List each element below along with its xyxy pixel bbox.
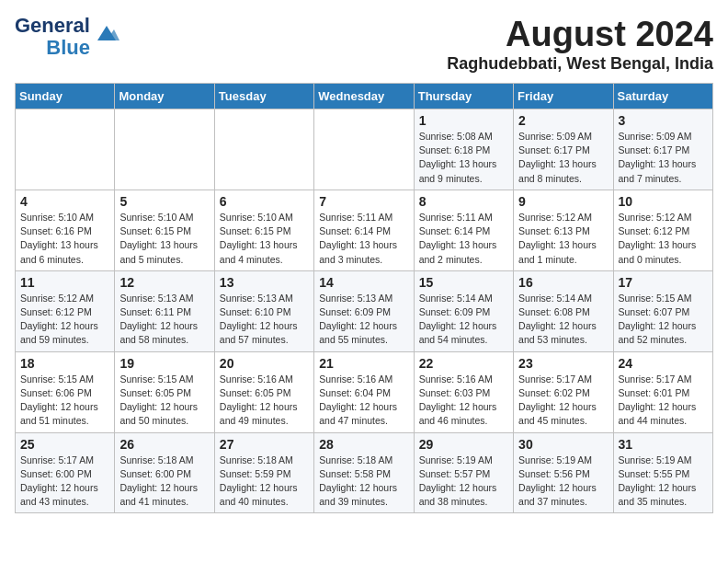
day-detail: Sunrise: 5:19 AM Sunset: 5:56 PM Dayligh… — [518, 454, 608, 510]
table-row — [115, 109, 214, 190]
logo-general: General — [15, 15, 90, 37]
table-row: 28Sunrise: 5:18 AM Sunset: 5:58 PM Dayli… — [314, 432, 414, 513]
day-number: 15 — [419, 275, 508, 290]
day-number: 6 — [220, 194, 309, 209]
day-detail: Sunrise: 5:16 AM Sunset: 6:04 PM Dayligh… — [319, 373, 408, 429]
table-row: 5Sunrise: 5:10 AM Sunset: 6:15 PM Daylig… — [115, 190, 214, 270]
table-row: 9Sunrise: 5:12 AM Sunset: 6:13 PM Daylig… — [514, 190, 613, 270]
day-number: 27 — [220, 437, 309, 452]
table-row: 26Sunrise: 5:18 AM Sunset: 6:00 PM Dayli… — [115, 432, 214, 513]
day-detail: Sunrise: 5:11 AM Sunset: 6:14 PM Dayligh… — [319, 211, 408, 267]
day-number: 26 — [119, 437, 209, 452]
day-detail: Sunrise: 5:17 AM Sunset: 6:01 PM Dayligh… — [619, 373, 708, 429]
day-number: 14 — [319, 275, 408, 290]
day-number: 31 — [619, 437, 708, 452]
table-row: 6Sunrise: 5:10 AM Sunset: 6:15 PM Daylig… — [214, 190, 313, 270]
day-detail: Sunrise: 5:10 AM Sunset: 6:16 PM Dayligh… — [20, 211, 109, 267]
day-detail: Sunrise: 5:17 AM Sunset: 6:00 PM Dayligh… — [20, 454, 109, 510]
page-header: General Blue August 2024 Raghudebbati, W… — [15, 15, 713, 74]
header-wednesday: Wednesday — [314, 84, 414, 109]
day-number: 1 — [419, 113, 508, 128]
table-row: 24Sunrise: 5:17 AM Sunset: 6:01 PM Dayli… — [613, 351, 712, 432]
logo-icon — [94, 22, 119, 44]
table-row: 21Sunrise: 5:16 AM Sunset: 6:04 PM Dayli… — [314, 351, 414, 432]
day-detail: Sunrise: 5:09 AM Sunset: 6:17 PM Dayligh… — [518, 130, 608, 186]
table-row: 2Sunrise: 5:09 AM Sunset: 6:17 PM Daylig… — [514, 109, 613, 190]
logo-blue: Blue — [46, 37, 90, 59]
day-detail: Sunrise: 5:15 AM Sunset: 6:07 PM Dayligh… — [619, 292, 708, 348]
day-number: 22 — [419, 356, 508, 371]
day-number: 13 — [220, 275, 309, 290]
day-number: 23 — [518, 356, 608, 371]
table-row — [16, 109, 115, 190]
table-row — [214, 109, 313, 190]
page-title: August 2024 — [447, 15, 713, 54]
table-row: 10Sunrise: 5:12 AM Sunset: 6:12 PM Dayli… — [613, 190, 712, 270]
header-thursday: Thursday — [414, 84, 513, 109]
day-detail: Sunrise: 5:14 AM Sunset: 6:09 PM Dayligh… — [419, 292, 508, 348]
calendar-week-row: 25Sunrise: 5:17 AM Sunset: 6:00 PM Dayli… — [16, 432, 713, 513]
day-number: 2 — [518, 113, 608, 128]
day-number: 11 — [20, 275, 109, 290]
day-number: 9 — [518, 194, 608, 209]
page-subtitle: Raghudebbati, West Bengal, India — [447, 54, 713, 74]
table-row: 14Sunrise: 5:13 AM Sunset: 6:09 PM Dayli… — [314, 270, 414, 351]
table-row: 13Sunrise: 5:13 AM Sunset: 6:10 PM Dayli… — [214, 270, 313, 351]
table-row: 17Sunrise: 5:15 AM Sunset: 6:07 PM Dayli… — [613, 270, 712, 351]
day-detail: Sunrise: 5:12 AM Sunset: 6:12 PM Dayligh… — [20, 292, 109, 348]
day-detail: Sunrise: 5:12 AM Sunset: 6:12 PM Dayligh… — [619, 211, 708, 267]
day-number: 10 — [619, 194, 708, 209]
day-detail: Sunrise: 5:13 AM Sunset: 6:11 PM Dayligh… — [119, 292, 209, 348]
day-detail: Sunrise: 5:19 AM Sunset: 5:57 PM Dayligh… — [419, 454, 508, 510]
table-row: 3Sunrise: 5:09 AM Sunset: 6:17 PM Daylig… — [613, 109, 712, 190]
day-detail: Sunrise: 5:08 AM Sunset: 6:18 PM Dayligh… — [419, 130, 508, 186]
day-number: 20 — [220, 356, 309, 371]
day-detail: Sunrise: 5:11 AM Sunset: 6:14 PM Dayligh… — [419, 211, 508, 267]
day-number: 30 — [518, 437, 608, 452]
day-detail: Sunrise: 5:15 AM Sunset: 6:06 PM Dayligh… — [20, 373, 109, 429]
day-detail: Sunrise: 5:18 AM Sunset: 5:58 PM Dayligh… — [319, 454, 408, 510]
calendar-week-row: 18Sunrise: 5:15 AM Sunset: 6:06 PM Dayli… — [16, 351, 713, 432]
day-number: 17 — [619, 275, 708, 290]
table-row: 22Sunrise: 5:16 AM Sunset: 6:03 PM Dayli… — [414, 351, 513, 432]
table-row: 19Sunrise: 5:15 AM Sunset: 6:05 PM Dayli… — [115, 351, 214, 432]
day-detail: Sunrise: 5:10 AM Sunset: 6:15 PM Dayligh… — [119, 211, 209, 267]
table-row: 18Sunrise: 5:15 AM Sunset: 6:06 PM Dayli… — [16, 351, 115, 432]
table-row: 15Sunrise: 5:14 AM Sunset: 6:09 PM Dayli… — [414, 270, 513, 351]
day-number: 3 — [619, 113, 708, 128]
table-row: 1Sunrise: 5:08 AM Sunset: 6:18 PM Daylig… — [414, 109, 513, 190]
day-detail: Sunrise: 5:15 AM Sunset: 6:05 PM Dayligh… — [119, 373, 209, 429]
table-row: 29Sunrise: 5:19 AM Sunset: 5:57 PM Dayli… — [414, 432, 513, 513]
day-detail: Sunrise: 5:12 AM Sunset: 6:13 PM Dayligh… — [518, 211, 608, 267]
day-detail: Sunrise: 5:10 AM Sunset: 6:15 PM Dayligh… — [220, 211, 309, 267]
table-row: 7Sunrise: 5:11 AM Sunset: 6:14 PM Daylig… — [314, 190, 414, 270]
calendar-table: Sunday Monday Tuesday Wednesday Thursday… — [15, 83, 713, 513]
day-detail: Sunrise: 5:09 AM Sunset: 6:17 PM Dayligh… — [619, 130, 708, 186]
table-row: 16Sunrise: 5:14 AM Sunset: 6:08 PM Dayli… — [514, 270, 613, 351]
header-tuesday: Tuesday — [214, 84, 313, 109]
day-number: 25 — [20, 437, 109, 452]
day-detail: Sunrise: 5:13 AM Sunset: 6:09 PM Dayligh… — [319, 292, 408, 348]
table-row: 27Sunrise: 5:18 AM Sunset: 5:59 PM Dayli… — [214, 432, 313, 513]
day-detail: Sunrise: 5:17 AM Sunset: 6:02 PM Dayligh… — [518, 373, 608, 429]
day-number: 8 — [419, 194, 508, 209]
header-friday: Friday — [514, 84, 613, 109]
day-number: 29 — [419, 437, 508, 452]
table-row: 8Sunrise: 5:11 AM Sunset: 6:14 PM Daylig… — [414, 190, 513, 270]
day-number: 21 — [319, 356, 408, 371]
day-detail: Sunrise: 5:16 AM Sunset: 6:05 PM Dayligh… — [220, 373, 309, 429]
day-detail: Sunrise: 5:16 AM Sunset: 6:03 PM Dayligh… — [419, 373, 508, 429]
day-detail: Sunrise: 5:18 AM Sunset: 6:00 PM Dayligh… — [119, 454, 209, 510]
header-monday: Monday — [115, 84, 214, 109]
day-number: 4 — [20, 194, 109, 209]
table-row: 12Sunrise: 5:13 AM Sunset: 6:11 PM Dayli… — [115, 270, 214, 351]
calendar-header-row: Sunday Monday Tuesday Wednesday Thursday… — [16, 84, 713, 109]
day-detail: Sunrise: 5:14 AM Sunset: 6:08 PM Dayligh… — [518, 292, 608, 348]
title-section: August 2024 Raghudebbati, West Bengal, I… — [447, 15, 713, 74]
day-number: 16 — [518, 275, 608, 290]
day-number: 24 — [619, 356, 708, 371]
day-number: 7 — [319, 194, 408, 209]
calendar-week-row: 1Sunrise: 5:08 AM Sunset: 6:18 PM Daylig… — [16, 109, 713, 190]
table-row — [314, 109, 414, 190]
day-detail: Sunrise: 5:13 AM Sunset: 6:10 PM Dayligh… — [220, 292, 309, 348]
